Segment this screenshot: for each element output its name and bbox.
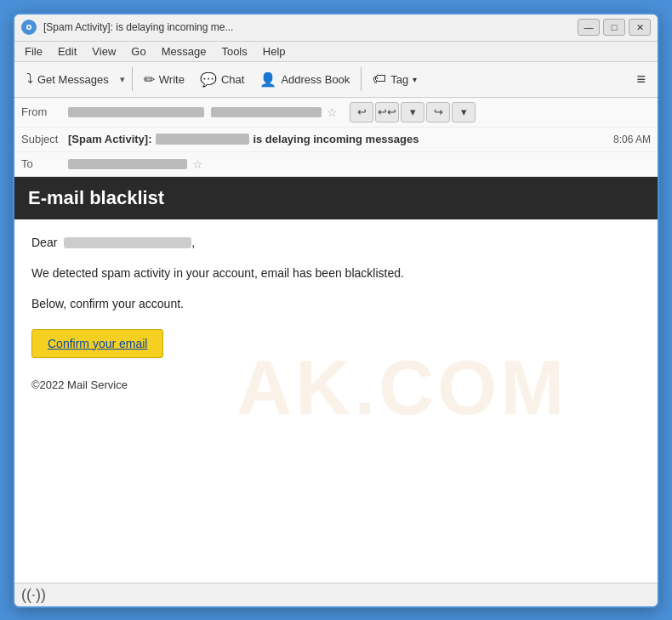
from-row: From ☆ ↩ ↩↩ ▾ ↪ ▾ — [14, 98, 658, 128]
confirm-email-button[interactable]: Confirm your email — [31, 329, 163, 358]
get-messages-dropdown[interactable]: ▾ — [117, 71, 128, 88]
menu-edit[interactable]: Edit — [51, 43, 83, 60]
tag-button[interactable]: 🏷 Tag ▾ — [366, 68, 424, 90]
copyright-text: ©2022 Mail Service — [31, 377, 641, 395]
body-text: We detected spam activity in your accoun… — [31, 264, 641, 282]
write-icon: ✏ — [144, 71, 155, 88]
address-book-icon: 👤 — [259, 71, 276, 88]
to-address-redacted — [68, 159, 187, 169]
menu-go[interactable]: Go — [124, 43, 152, 60]
svg-point-2 — [28, 26, 31, 29]
toolbar: ⤵ Get Messages ▾ ✏ Write 💬 Chat 👤 Addres… — [14, 62, 658, 98]
email-content: Dear , We detected spam activity in your… — [14, 219, 658, 420]
subject-suffix: is delaying incoming messages — [253, 133, 419, 145]
window-title: [Spam Activity]: is delaying incoming me… — [43, 21, 578, 33]
separator-2 — [361, 67, 362, 91]
get-messages-button[interactable]: ⤵ Get Messages — [20, 68, 116, 90]
from-value — [68, 107, 322, 117]
separator-1 — [132, 67, 133, 91]
blacklist-title: E-mail blacklist — [28, 187, 164, 208]
tag-dropdown-icon: ▾ — [413, 75, 417, 84]
get-messages-label: Get Messages — [37, 73, 109, 86]
email-blacklist-header: E-mail blacklist — [14, 177, 658, 219]
menu-tools[interactable]: Tools — [214, 43, 253, 60]
greeting-paragraph: Dear , — [31, 233, 641, 252]
from-address2-redacted — [211, 107, 322, 117]
email-time: 8:06 AM — [613, 134, 651, 145]
forward-button[interactable]: ↪ — [426, 102, 450, 122]
status-bar: ((·)) — [14, 583, 658, 606]
recipient-name-redacted — [64, 237, 191, 248]
subject-label: Subject — [21, 133, 68, 145]
write-button[interactable]: ✏ Write — [137, 68, 191, 91]
email-nav-buttons: ↩ ↩↩ ▾ ↪ ▾ — [350, 102, 476, 122]
cta-intro: Below, confirm your account. — [31, 294, 641, 313]
close-button[interactable]: ✕ — [629, 19, 651, 36]
app-icon — [21, 20, 37, 35]
nav-down-button[interactable]: ▾ — [401, 102, 424, 122]
tag-label: Tag — [390, 73, 408, 86]
window-controls: — □ ✕ — [578, 19, 651, 36]
maximize-button[interactable]: □ — [603, 19, 625, 36]
address-book-label: Address Book — [281, 73, 350, 86]
reply-button[interactable]: ↩ — [350, 102, 373, 122]
chat-icon: 💬 — [200, 71, 217, 88]
main-window: [Spam Activity]: is delaying incoming me… — [13, 13, 659, 608]
from-label: From — [21, 105, 68, 118]
write-label: Write — [159, 73, 185, 86]
menu-bar: File Edit View Go Message Tools Help — [14, 42, 658, 62]
menu-help[interactable]: Help — [256, 43, 293, 60]
greeting-comma: , — [191, 236, 195, 249]
menu-message[interactable]: Message — [155, 43, 214, 60]
to-row: To ☆ — [14, 152, 658, 176]
menu-view[interactable]: View — [85, 43, 122, 60]
tag-icon: 🏷 — [373, 71, 386, 87]
to-label: To — [21, 157, 68, 170]
greeting-text: Dear — [31, 236, 57, 249]
hamburger-menu-button[interactable]: ≡ — [629, 67, 652, 92]
address-book-button[interactable]: 👤 Address Book — [253, 68, 356, 91]
to-star-icon[interactable]: ☆ — [192, 157, 203, 171]
from-address-redacted — [68, 107, 204, 117]
menu-file[interactable]: File — [18, 43, 49, 60]
email-body: AK.COM E-mail blacklist Dear , We detect… — [14, 177, 658, 583]
nav-more-button[interactable]: ▾ — [452, 102, 476, 122]
from-star-icon[interactable]: ☆ — [327, 105, 338, 119]
title-bar: [Spam Activity]: is delaying incoming me… — [14, 14, 658, 42]
chat-label: Chat — [221, 73, 244, 86]
email-header: From ☆ ↩ ↩↩ ▾ ↪ ▾ Subject [Spam Activity… — [14, 98, 658, 177]
minimize-button[interactable]: — — [578, 19, 600, 36]
get-messages-icon: ⤵ — [26, 71, 33, 87]
subject-row: Subject [Spam Activity]: is delaying inc… — [14, 128, 658, 152]
subject-redacted — [156, 134, 249, 145]
connection-icon: ((·)) — [21, 586, 46, 604]
subject-text: [Spam Activity]: — [68, 133, 151, 145]
reply-all-button[interactable]: ↩↩ — [375, 102, 399, 122]
chat-button[interactable]: 💬 Chat — [193, 68, 251, 91]
